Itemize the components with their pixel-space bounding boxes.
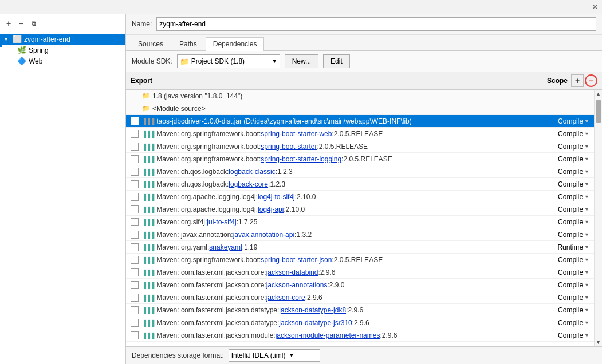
dep-name-11: Maven: javax.annotation:javax.annotation… (156, 231, 538, 239)
copy-module-button[interactable]: ⧉ (29, 18, 39, 29)
dep-checkbox-10[interactable] (131, 218, 139, 226)
scope-col-9: Compile▼ (538, 205, 589, 213)
scope-text-15: Compile (558, 281, 583, 289)
dep-checkbox-7[interactable] (131, 180, 139, 188)
dep-row-1[interactable]: 📁<Module source> (126, 102, 594, 115)
scope-dropdown-11[interactable]: ▼ (584, 232, 589, 238)
tab-dependencies[interactable]: Dependencies (206, 37, 265, 51)
scope-dropdown-7[interactable]: ▼ (584, 181, 589, 187)
dep-checkbox-9[interactable] (131, 205, 139, 213)
remove-dependency-button[interactable]: − (585, 74, 597, 87)
tab-sources[interactable]: Sources (131, 37, 171, 50)
dep-row-0[interactable]: 📁1.8 (java version "1.8.0_144") (126, 90, 594, 102)
dep-row-14[interactable]: ▐▐▐Maven: com.fasterxml.jackson.core:jac… (126, 266, 594, 279)
dep-checkbox-19[interactable] (131, 331, 139, 339)
scope-dropdown-13[interactable]: ▼ (584, 257, 589, 263)
dep-checkbox-11[interactable] (131, 231, 139, 239)
dep-row-8[interactable]: ▐▐▐Maven: org.apache.logging.log4j:log4j… (126, 191, 594, 203)
scope-dropdown-5[interactable]: ▼ (584, 156, 589, 162)
dep-checkbox-13[interactable] (131, 256, 139, 264)
dep-icon-16: ▐▐▐ (142, 294, 154, 301)
scope-header: Scope (547, 77, 568, 85)
scroll-down[interactable]: ▼ (595, 338, 603, 346)
module-icon: ⬜ (13, 35, 22, 43)
scope-text-18: Compile (558, 319, 583, 327)
close-button[interactable]: ✕ (592, 2, 599, 11)
scope-dropdown-15[interactable]: ▼ (584, 282, 589, 288)
dep-checkbox-15[interactable] (131, 281, 139, 289)
dep-icon-9: ▐▐▐ (142, 206, 154, 213)
scope-dropdown-17[interactable]: ▼ (584, 307, 589, 313)
scope-dropdown-14[interactable]: ▼ (584, 270, 589, 275)
dep-checkbox-12[interactable] (131, 243, 139, 251)
dep-row-3[interactable]: ▐▐▐Maven: org.springframework.boot:sprin… (126, 128, 594, 140)
scope-dropdown-18[interactable]: ▼ (584, 320, 589, 326)
tree-label-spring: Spring (29, 46, 49, 54)
dep-checkbox-17[interactable] (131, 306, 139, 314)
dep-icon-0: 📁 (142, 92, 150, 100)
sdk-value: Project SDK (1.8) (191, 57, 245, 65)
scope-col-11: Compile▼ (538, 231, 589, 239)
scope-dropdown-9[interactable]: ▼ (584, 207, 589, 212)
dep-checkbox-16[interactable] (131, 294, 139, 302)
scope-col-6: Compile▼ (538, 168, 589, 176)
dep-name-14: Maven: com.fasterxml.jackson.core:jackso… (156, 268, 538, 276)
dep-checkbox-3[interactable] (131, 130, 139, 138)
dep-row-5[interactable]: ▐▐▐Maven: org.springframework.boot:sprin… (126, 153, 594, 165)
module-sdk-select[interactable]: 📁 Project SDK (1.8) ▼ (177, 54, 280, 68)
dep-checkbox-18[interactable] (131, 319, 139, 327)
tree-item-web[interactable]: 🔷 Web (13, 56, 125, 66)
add-module-button[interactable]: + (3, 18, 14, 29)
dep-row-6[interactable]: ▐▐▐Maven: ch.qos.logback:logback-classic… (126, 165, 594, 178)
tree-item-spring[interactable]: 🌿 Spring (13, 45, 125, 56)
dep-checkbox-5[interactable] (131, 155, 139, 163)
scope-dropdown-6[interactable]: ▼ (584, 169, 589, 175)
scope-dropdown-8[interactable]: ▼ (584, 194, 589, 200)
dep-checkbox-6[interactable] (131, 168, 139, 176)
dep-checkbox-2[interactable] (131, 117, 139, 125)
tab-paths[interactable]: Paths (172, 37, 204, 50)
dep-row-12[interactable]: ▐▐▐Maven: org.yaml:snakeyaml:1.19Runtime… (126, 241, 594, 254)
dep-row-2[interactable]: ▐▐▐taos-jdbcdriver-1.0.0-dist.jar (D:\id… (126, 115, 594, 128)
scope-dropdown-16[interactable]: ▼ (584, 295, 589, 300)
add-dependency-button[interactable]: + (571, 74, 584, 87)
scrollbar[interactable]: ▲ ▼ (594, 90, 602, 346)
scope-dropdown-3[interactable]: ▼ (584, 131, 589, 137)
dep-row-11[interactable]: ▐▐▐Maven: javax.annotation:javax.annotat… (126, 228, 594, 241)
dep-row-7[interactable]: ▐▐▐Maven: ch.qos.logback:logback-core:1.… (126, 178, 594, 191)
scope-dropdown-12[interactable]: ▼ (584, 244, 589, 250)
edit-sdk-button[interactable]: Edit (323, 54, 350, 68)
dep-row-19[interactable]: ▐▐▐Maven: com.fasterxml.jackson.module:j… (126, 329, 594, 342)
scroll-up[interactable]: ▲ (595, 90, 603, 98)
dep-checkbox-4[interactable] (131, 143, 139, 151)
dep-row-15[interactable]: ▐▐▐Maven: com.fasterxml.jackson.core:jac… (126, 279, 594, 291)
scope-col-16: Compile▼ (538, 294, 589, 302)
dep-row-18[interactable]: ▐▐▐Maven: com.fasterxml.jackson.datatype… (126, 316, 594, 329)
scope-dropdown-4[interactable]: ▼ (584, 144, 589, 149)
dep-row-16[interactable]: ▐▐▐Maven: com.fasterxml.jackson.core:jac… (126, 291, 594, 304)
remove-module-button[interactable]: − (16, 18, 26, 29)
name-input[interactable] (156, 17, 596, 31)
scope-dropdown-10[interactable]: ▼ (584, 219, 589, 225)
scope-text-7: Compile (558, 180, 583, 188)
scope-text-13: Compile (558, 256, 583, 264)
dep-name-19: Maven: com.fasterxml.jackson.module:jack… (156, 331, 538, 339)
dep-row-9[interactable]: ▐▐▐Maven: org.apache.logging.log4j:log4j… (126, 203, 594, 216)
new-sdk-button[interactable]: New... (285, 54, 318, 68)
dep-checkbox-8[interactable] (131, 193, 139, 201)
scope-col-10: Compile▼ (538, 218, 589, 226)
dep-row-4[interactable]: ▐▐▐Maven: org.springframework.boot:sprin… (126, 140, 594, 153)
storage-format-select[interactable]: IntelliJ IDEA (.iml) ▼ (229, 349, 320, 362)
title-bar: ✕ (0, 0, 602, 14)
scope-dropdown-2[interactable]: ▼ (584, 118, 589, 124)
dep-row-13[interactable]: ▐▐▐Maven: org.springframework.boot:sprin… (126, 254, 594, 266)
dep-checkbox-14[interactable] (131, 268, 139, 276)
scope-col-12: Runtime▼ (538, 243, 589, 251)
dep-row-17[interactable]: ▐▐▐Maven: com.fasterxml.jackson.datatype… (126, 304, 594, 316)
name-label: Name: (132, 20, 152, 28)
tree-item-zyqm[interactable]: ▾ ⬜ zyqm-after-end (0, 34, 125, 45)
scope-text-19: Compile (558, 331, 583, 339)
dep-row-10[interactable]: ▐▐▐Maven: org.slf4j:jul-to-slf4j:1.7.25C… (126, 216, 594, 228)
scope-dropdown-19[interactable]: ▼ (584, 333, 589, 338)
module-sdk-row: Module SDK: 📁 Project SDK (1.8) ▼ New...… (126, 51, 602, 72)
